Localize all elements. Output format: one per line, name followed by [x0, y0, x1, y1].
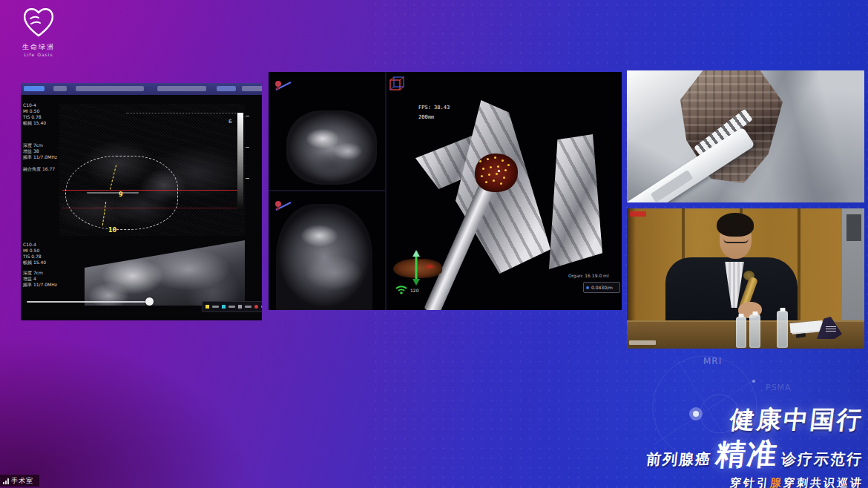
coordinate-badge[interactable]: 0.0430/m — [583, 282, 620, 293]
signal-bars-icon — [3, 478, 9, 484]
fusion-navigation-panel: FPS: 38.43 200mm 120 Organ: 16 19.0 ml 0… — [269, 72, 622, 310]
contour-inner-structure — [87, 192, 139, 194]
header-datetime-field — [242, 86, 262, 91]
legend-label — [245, 306, 251, 308]
panel-divider-horizontal — [269, 190, 385, 191]
ultrasound-brand-mark — [24, 86, 45, 91]
us-params-top: C10-4MI 0.50 TIS 0.78帧频 15.40 — [23, 102, 46, 126]
fps-readout: FPS: 38.43 — [418, 105, 450, 111]
cube-3d-icon — [388, 75, 406, 93]
water-bottle — [777, 311, 788, 348]
title-line2-emphasis: 精准 — [714, 434, 780, 475]
ultrasound-panel: C10-4MI 0.50 TIS 0.78帧频 15.40 深度 7cm增益 3… — [21, 83, 262, 320]
legend-label — [228, 306, 235, 308]
title-line1: 健康中国行 — [520, 403, 866, 437]
gain-slider-handle[interactable] — [145, 297, 154, 306]
organ-volume-label: Organ: 16 19.0 ml — [568, 273, 609, 278]
bottle-cap — [780, 308, 785, 311]
grayscale-tick — [246, 116, 249, 116]
mri-axial-view — [286, 111, 377, 185]
header-mode-field — [217, 86, 236, 91]
prostate-3d-model — [475, 154, 518, 192]
logo-title: 生命绿洲 — [12, 42, 65, 52]
badge-dot-icon — [586, 286, 589, 289]
legend-chip-cyan — [222, 305, 226, 309]
speaker-hair — [717, 213, 754, 237]
bottle-cap — [739, 314, 744, 317]
broadcast-stage: MRI PSMA 生命绿洲 Life Oasis C10-4MI 0.50 TI… — [0, 0, 868, 488]
panel-divider-vertical — [385, 72, 387, 310]
range-readout: 200mm — [418, 114, 434, 121]
wifi-signal-icon — [395, 284, 408, 294]
legend-label — [261, 306, 262, 308]
header-field — [53, 86, 67, 91]
badge-value: 0.0430/m — [591, 285, 613, 290]
legend-chip-yellow — [206, 305, 209, 309]
grayscale-depth-label: 6 — [228, 119, 231, 125]
us-fusion-angle: 融合角度 16.77 — [23, 166, 55, 172]
signal-value: 120 — [410, 288, 418, 293]
us-params-bottom: C10-4MI 0.50 TIS 0.78帧频 15.40 深度 7cm 增益 … — [23, 242, 57, 288]
overlay-legend — [202, 301, 262, 312]
logo: 生命绿洲 Life Oasis — [12, 6, 65, 57]
mri-plane-right — [549, 134, 602, 269]
ultrasound-live-image: 9 10 — [59, 104, 245, 236]
ultrasound-header-bar — [21, 83, 262, 95]
focus-marker-row — [126, 113, 237, 113]
stream-watermark-red — [630, 211, 646, 217]
orientation-axis-icon — [273, 76, 292, 94]
logo-subtitle: Life Oasis — [12, 52, 65, 57]
header-hospital-field — [157, 86, 206, 91]
title-line3: 穿针引腺穿刺共识巡讲 — [522, 476, 864, 488]
grayscale-tick — [246, 178, 249, 179]
speaker-video — [627, 208, 864, 349]
wall-window — [846, 214, 861, 241]
needle-label-9: 9 — [119, 191, 123, 198]
needle-label-10: 10 — [108, 227, 116, 234]
legend-chip-red — [254, 305, 258, 309]
title-line2-suffix: 诊疗示范行 — [780, 449, 864, 469]
title-line2-prefix: 前列腺癌 — [645, 449, 713, 469]
mri-reference-image — [85, 240, 245, 306]
legend-chip-gray — [238, 305, 242, 309]
biopsy-target-seeds — [479, 160, 481, 162]
grayscale-bar — [237, 113, 243, 209]
mri-sagittal-view — [276, 204, 372, 310]
legend-label — [212, 306, 219, 308]
name-tent-text — [826, 326, 836, 332]
orientation-axis-icon — [273, 197, 292, 214]
water-bottle — [736, 317, 746, 348]
title-line3-part1: 穿针引 — [729, 476, 771, 488]
grayscale-tick — [246, 147, 249, 148]
title-line3-accent: 腺 — [769, 476, 784, 488]
water-bottle — [749, 314, 760, 348]
bottle-cap — [752, 311, 757, 315]
title-line3-part2: 穿刺共识巡讲 — [783, 476, 864, 488]
room-label: 手术室 — [11, 476, 33, 486]
green-arrow-icon — [411, 250, 421, 286]
gain-slider-track — [27, 301, 153, 303]
speaker-glasses — [723, 235, 749, 243]
procedure-video — [627, 70, 864, 202]
faint-psma-text: PSMA — [766, 383, 792, 392]
stream-watermark-white — [629, 340, 656, 345]
header-patient-field — [76, 86, 144, 91]
title-line2: 前列腺癌 精准 诊疗示范行 — [520, 434, 866, 475]
room-tag: 手术室 — [0, 475, 39, 487]
heart-logo-icon — [21, 6, 56, 39]
faint-mri-text: MRI — [703, 356, 722, 366]
us-params-mid: 深度 7cm增益 38 频率 11/7.0MHz — [23, 142, 57, 160]
event-title-block: 健康中国行 前列腺癌 精准 诊疗示范行 穿针引腺穿刺共识巡讲 — [522, 403, 864, 488]
